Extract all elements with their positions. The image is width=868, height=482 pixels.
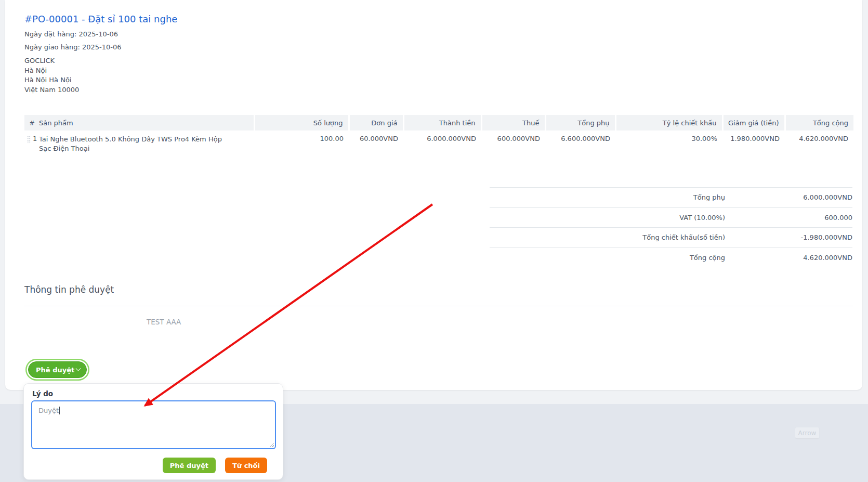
totals-summary: Tổng phụ 6.000.000VND VAT (10.00%) 600.0… bbox=[490, 187, 852, 267]
summary-label: Tổng cộng bbox=[490, 254, 725, 262]
supplier-address-line: Việt Nam 10000 bbox=[24, 85, 79, 95]
supplier-name: GOCLICK bbox=[24, 56, 79, 66]
supplier-address-line: Hà Nội Hà Nội bbox=[24, 75, 79, 85]
product-name: Tai Nghe Bluetooth 5.0 Không Dây TWS Pro… bbox=[39, 135, 226, 153]
text-caret bbox=[59, 407, 60, 414]
table-row: 1 Tai Nghe Bluetooth 5.0 Không Dây TWS P… bbox=[24, 131, 853, 153]
row-index: 1 bbox=[33, 135, 37, 142]
approval-reason-popover: Lý do Duyệt Phê duyệt Từ chối bbox=[23, 383, 283, 480]
approve-dropdown-button[interactable]: Phê duyệt bbox=[28, 361, 87, 378]
purchase-order-card: #PO-00001 - Đặt sỉ 100 tai nghe Ngày đặt… bbox=[5, 0, 862, 390]
reason-field-label: Lý do bbox=[32, 389, 53, 398]
summary-value: -1.980.000VND bbox=[725, 233, 852, 241]
order-date-text: Ngày đặt hàng: 2025-10-06 bbox=[24, 30, 118, 38]
col-header-quantity: Số lượng bbox=[254, 115, 349, 131]
summary-value: 6.000.000VND bbox=[725, 193, 852, 201]
amount-value: 6.000.000VND bbox=[403, 131, 481, 153]
supplier-address-block: GOCLICK Hà Nội Hà Nội Hà Nội Việt Nam 10… bbox=[24, 56, 79, 95]
summary-row-grand-total: Tổng cộng 4.620.000VND bbox=[490, 247, 852, 268]
summary-row-subtotal: Tổng phụ 6.000.000VND bbox=[490, 187, 852, 207]
total-value: 4.620.000VND bbox=[785, 131, 853, 153]
col-header-tax: Thuế bbox=[481, 115, 545, 131]
col-header-discount-amount: Giảm giá (tiền) bbox=[722, 115, 785, 131]
summary-row-vat: VAT (10.00%) 600.000 bbox=[490, 207, 852, 228]
delivery-date-text: Ngày giao hàng: 2025-10-06 bbox=[24, 43, 121, 51]
arrow-tool-button[interactable]: Arrow bbox=[795, 427, 819, 438]
approve-dropdown-label: Phê duyệt bbox=[36, 366, 74, 374]
quantity-value: 100.00 bbox=[254, 131, 349, 153]
po-title-link[interactable]: #PO-00001 - Đặt sỉ 100 tai nghe bbox=[24, 14, 177, 24]
col-header-index: # bbox=[24, 115, 36, 131]
reject-button[interactable]: Từ chối bbox=[225, 458, 267, 473]
summary-label: VAT (10.00%) bbox=[490, 214, 725, 222]
drag-handle-icon[interactable] bbox=[27, 136, 31, 144]
col-header-amount: Thành tiền bbox=[403, 115, 481, 131]
unit-price-value: 60.000VND bbox=[349, 131, 403, 153]
summary-value: 600.000 bbox=[725, 214, 852, 222]
approval-section-heading: Thông tin phê duyệt bbox=[24, 284, 114, 295]
summary-row-discount: Tổng chiết khấu(số tiền) -1.980.000VND bbox=[490, 227, 852, 247]
line-items-table: # Sản phẩm Số lượng Đơn giá Thành tiền T… bbox=[24, 115, 853, 153]
subtotal-value: 6.600.000VND bbox=[545, 131, 615, 153]
summary-value: 4.620.000VND bbox=[725, 254, 852, 262]
reason-textarea-value: Duyệt bbox=[38, 407, 59, 414]
col-header-discount-rate: Tỷ lệ chiết khấu bbox=[615, 115, 722, 131]
discount-amount-value: 1.980.000VND bbox=[722, 131, 785, 153]
approve-confirm-button[interactable]: Phê duyệt bbox=[163, 458, 216, 473]
divider bbox=[24, 306, 853, 306]
chevron-down-icon bbox=[76, 366, 81, 371]
discount-rate-value: 30.00% bbox=[615, 131, 722, 153]
textarea-resize-handle[interactable] bbox=[269, 442, 274, 447]
approval-note-text: TEST AAA bbox=[147, 318, 181, 326]
summary-label: Tổng chiết khấu(số tiền) bbox=[490, 233, 725, 241]
reason-textarea[interactable]: Duyệt bbox=[31, 400, 276, 449]
supplier-address-line: Hà Nội bbox=[24, 66, 79, 76]
col-header-unit-price: Đơn giá bbox=[349, 115, 403, 131]
col-header-product: Sản phẩm bbox=[36, 115, 254, 131]
col-header-total: Tổng cộng bbox=[785, 115, 853, 131]
col-header-subtotal: Tổng phụ bbox=[545, 115, 615, 131]
tax-value: 600.000VND bbox=[481, 131, 545, 153]
table-header-row: # Sản phẩm Số lượng Đơn giá Thành tiền T… bbox=[24, 115, 853, 131]
summary-label: Tổng phụ bbox=[490, 193, 725, 201]
